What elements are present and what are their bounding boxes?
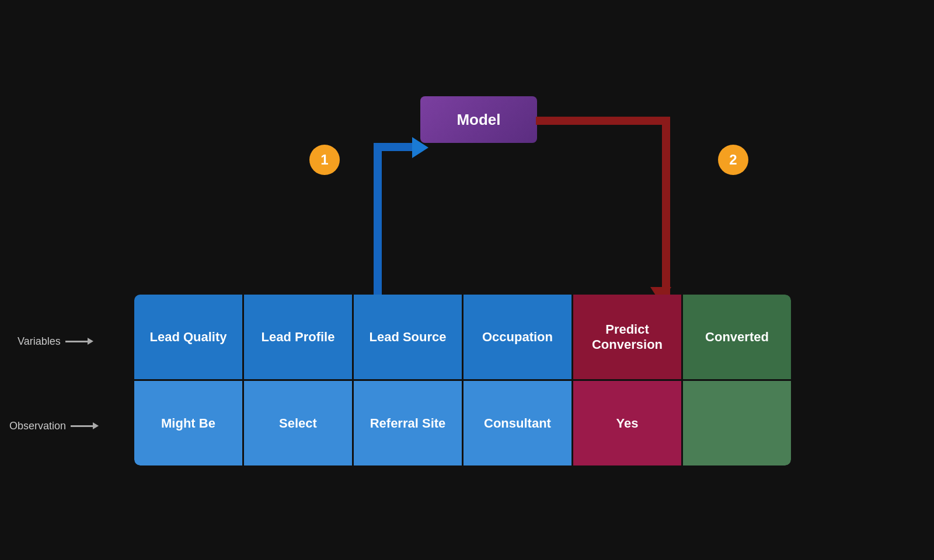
obs-referral-site: Referral Site xyxy=(354,381,462,466)
observation-arrow xyxy=(71,425,94,427)
header-lead-quality: Lead Quality xyxy=(134,295,242,379)
header-lead-source: Lead Source xyxy=(354,295,462,379)
obs-might-be: Might Be xyxy=(134,381,242,466)
obs-consultant: Consultant xyxy=(463,381,571,466)
red-arrow-horizontal xyxy=(536,117,670,125)
header-lead-profile: Lead Profile xyxy=(244,295,352,379)
obs-referral-site-text: Referral Site xyxy=(370,416,446,431)
header-converted: Converted xyxy=(683,295,791,379)
data-grid: Lead Quality Lead Profile Lead Source Oc… xyxy=(134,295,791,466)
model-box: Model xyxy=(420,96,537,143)
blue-arrow-vertical xyxy=(374,143,382,295)
obs-consultant-text: Consultant xyxy=(484,416,551,431)
header-predict-conversion-text: Predict Conversion xyxy=(579,322,675,352)
header-lead-source-text: Lead Source xyxy=(369,330,446,345)
observation-text: Observation xyxy=(9,420,66,432)
obs-converted xyxy=(683,381,791,466)
obs-select: Select xyxy=(244,381,352,466)
header-lead-profile-text: Lead Profile xyxy=(262,330,335,345)
observation-label: Observation xyxy=(9,420,94,432)
obs-yes-text: Yes xyxy=(616,416,639,431)
obs-yes: Yes xyxy=(573,381,681,466)
step-1-label: 1 xyxy=(320,152,328,168)
variables-text: Variables xyxy=(18,335,61,348)
header-predict-conversion: Predict Conversion xyxy=(573,295,681,379)
blue-arrowhead xyxy=(412,137,428,158)
diagram-container: Model 1 2 Variables Observation Lead Qua… xyxy=(0,0,934,560)
obs-select-text: Select xyxy=(279,416,317,431)
header-occupation: Occupation xyxy=(463,295,571,379)
variables-arrow xyxy=(65,341,89,342)
step-2-label: 2 xyxy=(729,152,737,168)
header-lead-quality-text: Lead Quality xyxy=(149,330,226,345)
step-1-circle: 1 xyxy=(309,145,340,175)
variables-label: Variables xyxy=(18,335,89,348)
obs-might-be-text: Might Be xyxy=(161,416,215,431)
red-arrow-vertical xyxy=(662,117,670,298)
header-converted-text: Converted xyxy=(705,330,769,345)
step-2-circle: 2 xyxy=(718,145,748,175)
model-label: Model xyxy=(456,111,500,129)
header-occupation-text: Occupation xyxy=(482,330,553,345)
